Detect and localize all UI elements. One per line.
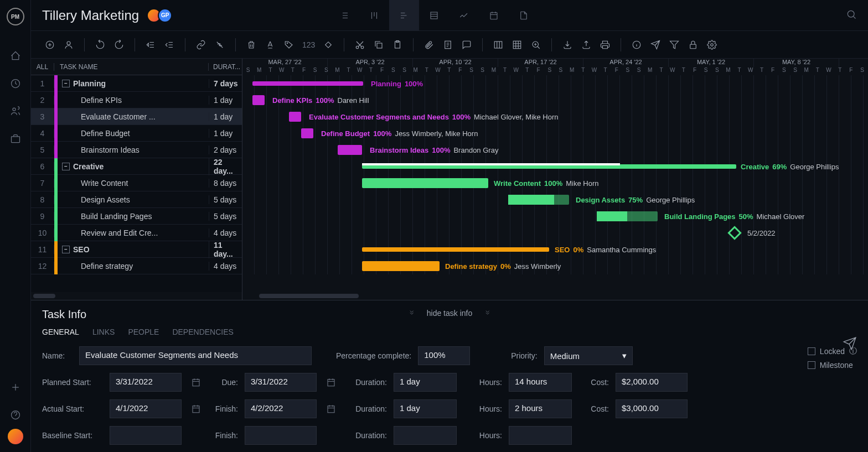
tab-links[interactable]: LINKS xyxy=(92,328,115,336)
cut-button[interactable] xyxy=(352,37,368,53)
actual-start-input[interactable]: 4/1/2022 xyxy=(110,399,182,418)
delete-button[interactable] xyxy=(244,37,259,53)
baseline-duration-input[interactable] xyxy=(394,426,457,445)
baseline-start-input[interactable] xyxy=(110,426,182,445)
info-button[interactable] xyxy=(629,37,644,53)
table-row[interactable]: 6 −Creative 22 day... xyxy=(31,158,242,175)
user-avatar[interactable] xyxy=(8,429,23,444)
search-icon[interactable] xyxy=(846,9,857,22)
zoom-button[interactable] xyxy=(528,37,544,53)
add-button[interactable] xyxy=(42,37,58,53)
name-input[interactable]: Evaluate Customer Segments and Needs xyxy=(79,346,312,365)
tab-dependencies[interactable]: DEPENDENCIES xyxy=(172,328,233,336)
all-column[interactable]: ALL xyxy=(31,63,54,71)
sheet-view-icon[interactable] xyxy=(419,0,449,31)
gantt-bar[interactable] xyxy=(508,195,569,205)
duration-input[interactable]: 1 day xyxy=(394,399,457,418)
hide-panel-button[interactable]: hide task info xyxy=(408,308,492,318)
clock-icon[interactable] xyxy=(8,76,23,91)
plus-icon[interactable] xyxy=(8,380,23,395)
tab-general[interactable]: GENERAL xyxy=(42,328,79,336)
table-row[interactable]: 12 Define strategy 4 days xyxy=(31,258,242,274)
comment-button[interactable] xyxy=(459,37,474,53)
collapse-icon[interactable]: − xyxy=(62,163,70,170)
milestone-marker[interactable] xyxy=(727,226,741,240)
attach-button[interactable] xyxy=(421,37,437,53)
undo-button[interactable] xyxy=(92,37,108,53)
link-button[interactable] xyxy=(193,37,209,53)
outdent-button[interactable] xyxy=(143,37,158,53)
gantt-bar[interactable] xyxy=(362,178,488,188)
planned-start-input[interactable]: 3/31/2022 xyxy=(110,373,182,392)
unlink-button[interactable] xyxy=(212,37,228,53)
grid-button[interactable] xyxy=(509,37,525,53)
gantt-bar[interactable] xyxy=(362,247,549,252)
finish-input[interactable]: 4/2/2022 xyxy=(245,399,317,418)
gantt-view-icon[interactable] xyxy=(389,0,419,31)
hours-input[interactable]: 14 hours xyxy=(509,373,572,392)
collapse-icon[interactable]: − xyxy=(62,80,70,87)
name-column[interactable]: TASK NAME xyxy=(54,63,209,71)
copy-button[interactable] xyxy=(371,37,386,53)
table-row[interactable]: 2 Define KPIs 1 day xyxy=(31,92,242,108)
redo-button[interactable] xyxy=(111,37,127,53)
gantt-bar[interactable] xyxy=(301,128,313,138)
tab-people[interactable]: PEOPLE xyxy=(128,328,159,336)
list-view-icon[interactable] xyxy=(329,0,359,31)
text-color-button[interactable] xyxy=(262,37,278,53)
home-icon[interactable] xyxy=(8,48,23,64)
duration-column[interactable]: DURAT... xyxy=(209,63,242,71)
table-row[interactable]: 11 −SEO 11 day... xyxy=(31,241,242,258)
info-icon[interactable]: ⓘ xyxy=(849,346,857,356)
print-button[interactable] xyxy=(597,37,613,53)
member-avatar[interactable]: GP xyxy=(158,8,172,23)
export-button[interactable] xyxy=(578,37,594,53)
table-row[interactable]: 4 Define Budget 1 day xyxy=(31,125,242,142)
gantt-bar[interactable] xyxy=(362,261,440,271)
locked-checkbox[interactable]: Locked ⓘ xyxy=(808,346,857,356)
columns-button[interactable] xyxy=(490,37,506,53)
app-logo[interactable]: PM xyxy=(7,8,24,25)
send-button[interactable] xyxy=(648,37,663,53)
milestone-checkbox[interactable]: Milestone xyxy=(808,361,857,370)
gantt-bar[interactable] xyxy=(362,164,736,169)
briefcase-icon[interactable] xyxy=(8,131,23,147)
table-row[interactable]: 10 Review and Edit Cre... 4 days xyxy=(31,225,242,241)
gantt-bar[interactable] xyxy=(289,112,301,122)
settings-button[interactable] xyxy=(704,37,720,53)
chart-view-icon[interactable] xyxy=(449,0,479,31)
calendar-icon[interactable] xyxy=(188,373,204,392)
paste-button[interactable] xyxy=(390,37,405,53)
lock-button[interactable] xyxy=(685,37,701,53)
indent-button[interactable] xyxy=(162,37,177,53)
priority-select[interactable]: Medium▾ xyxy=(544,346,633,365)
hours-input[interactable]: 2 hours xyxy=(509,399,572,418)
gantt-chart[interactable]: MAR, 27 '22APR, 3 '22APR, 10 '22APR, 17 … xyxy=(242,59,868,300)
note-button[interactable] xyxy=(440,37,456,53)
assign-button[interactable] xyxy=(61,37,76,53)
cost-input[interactable]: $3,000.00 xyxy=(616,399,688,418)
table-row[interactable]: 5 Brainstorm Ideas 2 days xyxy=(31,142,242,158)
table-row[interactable]: 7 Write Content 8 days xyxy=(31,175,242,191)
tag-button[interactable] xyxy=(281,37,297,53)
people-icon[interactable] xyxy=(8,103,23,119)
pct-input[interactable]: 100% xyxy=(418,346,470,365)
calendar-icon[interactable] xyxy=(323,373,339,392)
baseline-finish-input[interactable] xyxy=(245,426,317,445)
collapse-icon[interactable]: − xyxy=(62,246,70,253)
import-button[interactable] xyxy=(560,37,575,53)
gantt-bar[interactable] xyxy=(597,211,658,221)
cost-input[interactable]: $2,000.00 xyxy=(616,373,688,392)
due-input[interactable]: 3/31/2022 xyxy=(245,373,317,392)
project-members[interactable]: GP xyxy=(150,8,172,23)
gantt-bar[interactable] xyxy=(338,145,362,155)
table-row[interactable]: 3 Evaluate Customer ... 1 day xyxy=(31,108,242,125)
table-row[interactable]: 1 −Planning 7 days xyxy=(31,75,242,92)
table-row[interactable]: 9 Build Landing Pages 5 days xyxy=(31,208,242,225)
help-icon[interactable] xyxy=(8,407,23,423)
calendar-icon[interactable] xyxy=(323,399,339,418)
grid-scrollbar[interactable] xyxy=(31,292,242,300)
gantt-scrollbar[interactable] xyxy=(242,292,868,300)
filter-button[interactable] xyxy=(666,37,682,53)
baseline-hours-input[interactable] xyxy=(509,426,572,445)
